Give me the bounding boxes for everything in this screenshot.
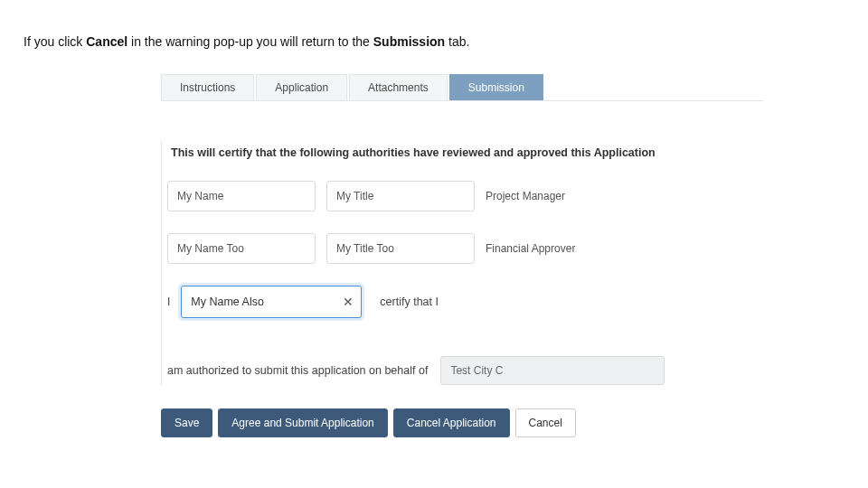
bold-cancel: Cancel bbox=[86, 34, 127, 49]
submission-panel: Instructions Application Attachments Sub… bbox=[161, 74, 763, 385]
tab-submission[interactable]: Submission bbox=[449, 74, 543, 100]
title-field-1[interactable] bbox=[326, 181, 475, 211]
title-field-2[interactable] bbox=[326, 233, 475, 264]
organization-field: Test City C bbox=[440, 356, 665, 385]
action-buttons: Save Agree and Submit Application Cancel… bbox=[161, 408, 576, 437]
tab-attachments[interactable]: Attachments bbox=[349, 74, 448, 100]
signer-name-input[interactable] bbox=[182, 286, 361, 317]
form-area: This will certify that the following aut… bbox=[161, 141, 763, 385]
authorization-row: am authorized to submit this application… bbox=[167, 356, 763, 385]
approver-row-2: Financial Approver bbox=[167, 233, 763, 264]
authorization-text: am authorized to submit this application… bbox=[167, 364, 428, 377]
role-label-2: Financial Approver bbox=[486, 242, 575, 255]
certify-suffix: certify that I bbox=[380, 296, 439, 308]
approver-row-1: Project Manager bbox=[167, 181, 763, 211]
name-field-1[interactable] bbox=[167, 181, 316, 211]
signer-row: I ✕ certify that I bbox=[167, 286, 763, 318]
name-field-2[interactable] bbox=[167, 233, 316, 264]
tab-bar: Instructions Application Attachments Sub… bbox=[161, 74, 763, 101]
save-button[interactable]: Save bbox=[161, 408, 212, 437]
cancel-application-button[interactable]: Cancel Application bbox=[393, 408, 510, 437]
i-letter: I bbox=[167, 296, 170, 308]
tab-application[interactable]: Application bbox=[256, 74, 347, 100]
signer-name-wrap: ✕ bbox=[181, 286, 362, 318]
cancel-button[interactable]: Cancel bbox=[515, 408, 576, 437]
role-label-1: Project Manager bbox=[486, 190, 565, 202]
agree-submit-button[interactable]: Agree and Submit Application bbox=[218, 408, 387, 437]
certification-heading: This will certify that the following aut… bbox=[171, 146, 763, 159]
tab-instructions[interactable]: Instructions bbox=[161, 74, 254, 100]
instruction-text: If you click Cancel in the warning pop-u… bbox=[24, 34, 469, 49]
clear-icon[interactable]: ✕ bbox=[343, 296, 354, 308]
bold-submission: Submission bbox=[373, 34, 445, 49]
